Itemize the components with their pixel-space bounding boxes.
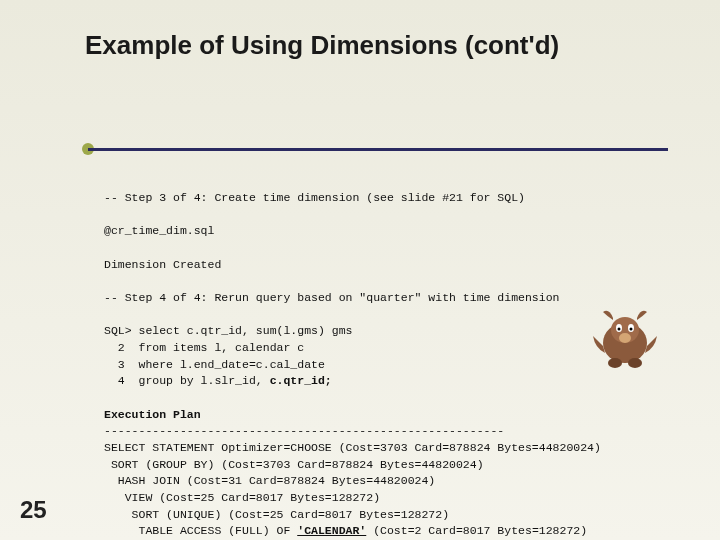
line-plan-5: SORT (UNIQUE) (Cost=25 Card=8017 Bytes=1… (104, 508, 449, 521)
line-plan-6-post: (Cost=2 Card=8017 Bytes=128272) (366, 524, 587, 537)
cartoon-image (585, 298, 665, 378)
line-plan-3: HASH JOIN (Cost=31 Card=878824 Bytes=448… (104, 474, 435, 487)
line-comment-step4: -- Step 4 of 4: Rerun query based on "qu… (104, 291, 559, 304)
line-sql-3: 3 where l.end_date=c.cal_date (104, 358, 325, 371)
line-exec-plan-header: Execution Plan (104, 408, 201, 421)
line-plan-4: VIEW (Cost=25 Card=8017 Bytes=128272) (104, 491, 380, 504)
line-sql-2: 2 from items l, calendar c (104, 341, 304, 354)
svg-point-6 (619, 333, 631, 343)
code-content: -- Step 3 of 4: Create time dimension (s… (104, 190, 601, 540)
line-plan-2: SORT (GROUP BY) (Cost=3703 Card=878824 B… (104, 458, 484, 471)
line-plan-1: SELECT STATEMENT Optimizer=CHOOSE (Cost=… (104, 441, 601, 454)
svg-point-5 (630, 328, 633, 331)
line-divider: ----------------------------------------… (104, 424, 504, 437)
line-sql-4-bold: c.qtr_id; (270, 374, 332, 387)
svg-point-8 (628, 358, 642, 368)
line-plan-6-pre: TABLE ACCESS (FULL) OF (104, 524, 297, 537)
line-comment-step3: -- Step 3 of 4: Create time dimension (s… (104, 191, 525, 204)
line-sql-1: SQL> select c.qtr_id, sum(l.gms) gms (104, 324, 352, 337)
page-number: 25 (20, 496, 47, 524)
line-dim-created: Dimension Created (104, 258, 221, 271)
line-plan-6-bold: 'CALENDAR' (297, 524, 366, 537)
svg-point-4 (618, 328, 621, 331)
line-sql-4-pre: 4 group by l.slr_id, (104, 374, 270, 387)
svg-point-7 (608, 358, 622, 368)
slide-title: Example of Using Dimensions (cont'd) (0, 0, 720, 61)
title-underline (88, 148, 668, 151)
line-script-call: @cr_time_dim.sql (104, 224, 214, 237)
